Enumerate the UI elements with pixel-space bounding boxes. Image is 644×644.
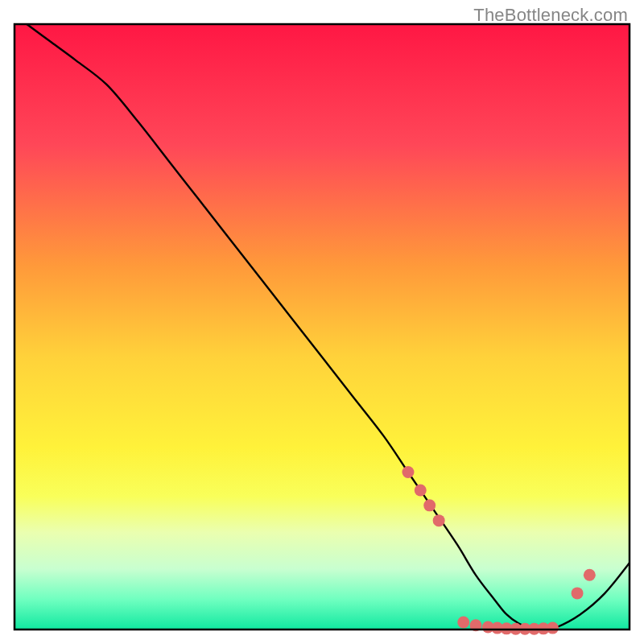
marker-dot (415, 485, 427, 497)
marker-dot (547, 622, 559, 634)
chart-container: TheBottleneck.com (0, 0, 644, 644)
watermark-text: TheBottleneck.com (473, 5, 628, 26)
marker-dot (423, 499, 436, 511)
marker-dot (402, 466, 414, 478)
marker-dot (584, 569, 596, 581)
marker-dot (572, 587, 584, 599)
chart-svg (0, 0, 644, 644)
marker-dot (433, 514, 445, 526)
plot-area (14, 24, 630, 635)
marker-dot (457, 616, 469, 628)
gradient-background (14, 24, 630, 630)
